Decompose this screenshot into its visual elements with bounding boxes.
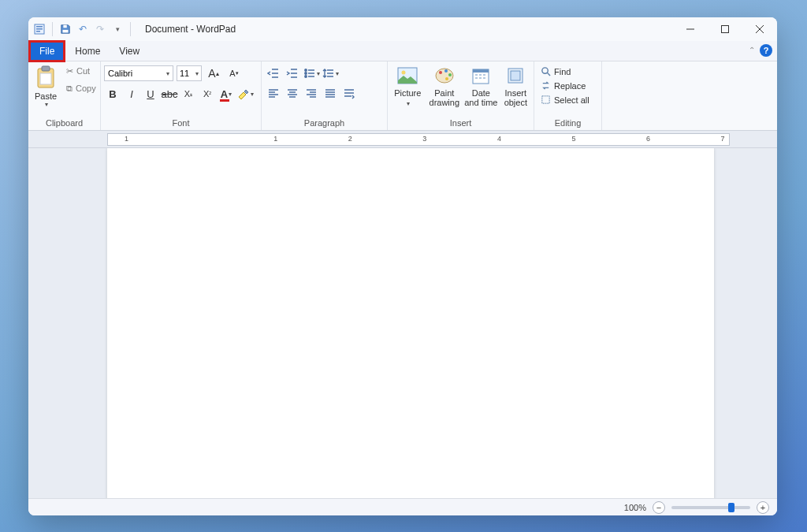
scissors-icon: ✂ [66,66,73,76]
bold-button[interactable]: B [104,85,121,102]
document-area [28,148,777,498]
paragraph-dialog-button[interactable] [340,85,358,102]
chevron-down-icon: ▾ [195,70,199,77]
window-title: Document - WordPad [145,24,236,35]
svg-rect-3 [36,31,40,32]
svg-rect-12 [40,73,51,84]
svg-rect-5 [63,30,69,33]
wordpad-window: ↶ ↷ ▾ Document - WordPad File Home View … [28,17,777,515]
tab-file[interactable]: File [30,42,64,61]
group-clipboard: Paste ▾ ✂ Cut ⧉ Copy Clipboard [28,61,101,130]
svg-rect-24 [473,69,489,73]
line-spacing-button[interactable]: ▾ [322,65,339,82]
bullets-button[interactable]: ▾ [303,65,320,82]
highlight-button[interactable]: ▾ [236,85,254,102]
paste-button[interactable]: Paste ▾ [32,63,60,110]
svg-point-27 [542,67,548,73]
svg-point-22 [445,77,448,80]
svg-point-20 [444,69,448,73]
insert-picture-button[interactable]: Picture▾ [391,63,425,108]
chevron-down-icon: ▾ [45,101,48,108]
group-title-clipboard: Clipboard [32,117,97,130]
tab-view[interactable]: View [110,41,149,61]
strikethrough-button[interactable]: abc [161,85,178,102]
group-title-font: Font [104,117,258,130]
svg-rect-26 [511,71,520,80]
chevron-down-icon: ▾ [407,100,410,107]
font-family-select[interactable]: Calibri ▾ [104,65,173,81]
copy-button[interactable]: ⧉ Copy [63,80,99,96]
ruler-area: 1 1 2 3 4 5 6 7 [28,131,777,148]
font-size-select[interactable]: 11 ▾ [177,65,202,81]
svg-rect-11 [42,66,50,71]
cut-button[interactable]: ✂ Cut [63,63,99,79]
svg-point-17 [402,71,406,75]
replace-button[interactable]: Replace [537,79,589,93]
find-button[interactable]: Find [537,65,574,79]
status-bar: 100% − + [28,498,777,515]
insert-object-button[interactable]: Insert object [501,63,530,107]
svg-rect-2 [36,28,43,30]
group-font: Calibri ▾ 11 ▾ A▴ A▾ B I U abc X₂ [101,61,262,130]
svg-line-28 [547,73,550,76]
quick-access-toolbar: ↶ ↷ ▾ [28,22,137,36]
zoom-slider-thumb[interactable] [728,503,734,512]
group-insert: Picture▾ Paint drawing Date and time [388,61,534,130]
svg-point-19 [439,71,442,74]
grow-font-button[interactable]: A▴ [205,65,222,82]
insert-paint-button[interactable]: Paint drawing [428,63,462,107]
redo-icon[interactable]: ↷ [94,23,106,35]
svg-rect-7 [722,26,729,33]
copy-icon: ⧉ [66,84,73,94]
undo-icon[interactable]: ↶ [76,23,89,35]
horizontal-ruler[interactable]: 1 1 2 3 4 5 6 7 [107,133,730,146]
document-page[interactable] [107,148,714,498]
collapse-ribbon-icon[interactable]: ⌃ [749,46,755,54]
ribbon: Paste ▾ ✂ Cut ⧉ Copy Clipboard [28,61,777,131]
palette-icon [433,65,456,87]
increase-indent-button[interactable] [284,65,301,82]
svg-rect-1 [36,26,43,28]
zoom-out-button[interactable]: − [653,501,665,514]
align-center-button[interactable] [284,85,301,102]
title-bar: ↶ ↷ ▾ Document - WordPad [28,17,777,41]
underline-button[interactable]: U [142,85,159,102]
group-paragraph: ▾ ▾ Paragraph [262,61,388,130]
search-icon [541,66,551,78]
shrink-font-button[interactable]: A▾ [225,65,243,82]
justify-button[interactable] [322,85,339,102]
zoom-level: 100% [624,503,646,512]
minimize-button[interactable] [673,17,708,41]
group-title-paragraph: Paragraph [265,117,384,130]
align-right-button[interactable] [303,85,320,102]
qat-customize-icon[interactable]: ▾ [111,23,124,35]
close-button[interactable] [742,17,777,41]
zoom-in-button[interactable]: + [757,501,769,514]
italic-button[interactable]: I [123,85,140,102]
font-color-button[interactable]: A▾ [218,85,235,102]
help-icon[interactable]: ? [760,44,772,57]
group-editing: Find Replace Select all Editing [534,61,602,130]
svg-point-14 [304,73,306,74]
select-all-button[interactable]: Select all [537,93,593,107]
svg-rect-29 [542,95,549,102]
clipboard-icon [33,65,58,90]
window-controls [673,17,777,41]
svg-point-13 [304,69,306,71]
maximize-button[interactable] [708,17,742,41]
ribbon-tabs: File Home View ⌃ ? [28,41,777,61]
select-all-icon [541,95,551,106]
superscript-button[interactable]: X² [199,85,216,102]
picture-icon [396,65,418,87]
align-left-button[interactable] [265,85,282,102]
svg-point-15 [304,76,306,77]
svg-point-21 [448,73,452,76]
decrease-indent-button[interactable] [265,65,282,82]
insert-date-button[interactable]: Date and time [464,63,498,107]
app-icon [33,23,46,35]
subscript-button[interactable]: X₂ [180,85,197,102]
chevron-down-icon: ▾ [166,70,169,77]
save-icon[interactable] [59,23,72,35]
zoom-slider[interactable] [671,506,750,509]
tab-home[interactable]: Home [65,41,110,61]
